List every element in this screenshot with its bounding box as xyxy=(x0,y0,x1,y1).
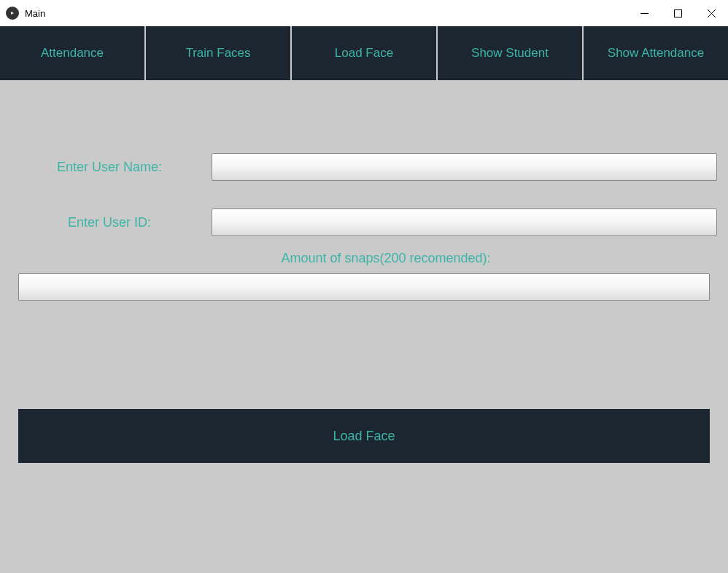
userid-row: Enter User ID: xyxy=(7,208,721,236)
content-area: Attendance Train Faces Load Face Show St… xyxy=(0,26,728,573)
snaps-section: Amount of snaps(200 recomended): xyxy=(7,251,721,301)
username-row: Enter User Name: xyxy=(7,153,721,181)
tab-attendance[interactable]: Attendance xyxy=(0,26,144,80)
load-face-button[interactable]: Load Face xyxy=(18,409,710,463)
window-title: Main xyxy=(25,8,45,19)
username-label: Enter User Name: xyxy=(7,160,212,175)
tab-show-student[interactable]: Show Student xyxy=(438,26,582,80)
userid-label: Enter User ID: xyxy=(7,215,212,230)
snaps-label: Amount of snaps(200 recomended): xyxy=(7,251,721,266)
titlebar: Main xyxy=(0,0,728,26)
minimize-icon xyxy=(640,9,648,17)
tab-load-face[interactable]: Load Face xyxy=(292,26,436,80)
userid-input[interactable] xyxy=(212,208,717,236)
form-area: Enter User Name: Enter User ID: Amount o… xyxy=(0,153,728,301)
username-input[interactable] xyxy=(212,153,717,181)
snaps-input[interactable] xyxy=(18,273,710,301)
tab-show-attendance[interactable]: Show Attendance xyxy=(584,26,728,80)
titlebar-left: Main xyxy=(6,7,45,20)
svg-rect-2 xyxy=(674,9,681,17)
window-controls xyxy=(627,0,728,26)
maximize-button[interactable] xyxy=(661,0,694,26)
app-icon xyxy=(6,7,19,20)
tab-train-faces[interactable]: Train Faces xyxy=(146,26,290,80)
nav-tabs: Attendance Train Faces Load Face Show St… xyxy=(0,26,728,80)
close-icon xyxy=(708,9,716,17)
close-button[interactable] xyxy=(694,0,728,26)
minimize-button[interactable] xyxy=(627,0,661,26)
maximize-icon xyxy=(674,9,682,17)
